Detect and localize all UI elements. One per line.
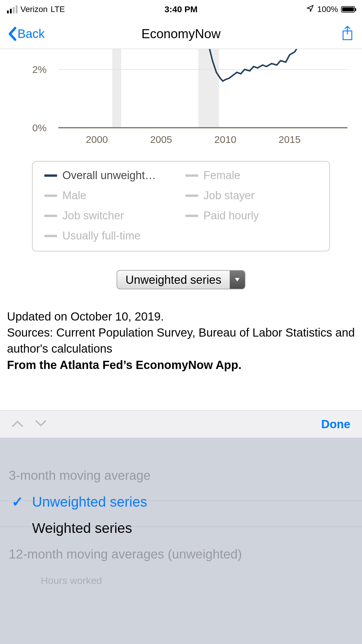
svg-marker-12 (235, 278, 240, 281)
network-label: LTE (50, 5, 65, 14)
legend-item[interactable]: Job stayer (185, 189, 318, 202)
updated-text: Updated on October 10, 2019. (7, 309, 355, 325)
picker-section-header: 3-month moving average (9, 462, 362, 489)
legend-label: Paid hourly (203, 209, 259, 222)
picker-toolbar: Done (0, 410, 362, 438)
picker-option[interactable]: Hours worked (32, 567, 362, 594)
legend-item[interactable]: Job switcher (44, 209, 177, 222)
svg-text:2010: 2010 (214, 134, 236, 145)
legend-item[interactable]: Usually full-time (44, 230, 177, 242)
legend-item[interactable]: Overall unweight… (44, 169, 177, 182)
legend-item[interactable]: Paid hourly (185, 209, 318, 222)
legend-item[interactable]: Male (44, 189, 177, 202)
legend-label: Job switcher (62, 209, 124, 222)
svg-rect-3 (198, 49, 219, 128)
legend-label: Job stayer (203, 189, 254, 202)
chevron-left-icon (8, 27, 16, 41)
legend-swatch (185, 195, 198, 197)
picker-done-button[interactable]: Done (321, 418, 350, 431)
series-dropdown-label: Unweighted series (117, 271, 229, 289)
legend-label: Usually full-time (62, 230, 140, 242)
legend-swatch (185, 174, 198, 177)
nav-bar: Back EconomyNow (0, 19, 362, 49)
svg-text:2%: 2% (32, 64, 47, 75)
legend-label: Overall unweight… (62, 169, 156, 182)
legend-swatch (185, 215, 198, 217)
legend-label: Female (203, 169, 240, 182)
picker-wheel[interactable]: 3-month moving averageUnweighted seriesW… (0, 438, 362, 644)
picker-section-header: 12-month moving averages (unweighted) (9, 541, 362, 567)
svg-rect-2 (112, 49, 121, 128)
legend-swatch (44, 195, 57, 197)
battery-percent: 100% (317, 5, 338, 14)
status-bar: Verizon LTE 3:40 PM 100% (0, 0, 362, 19)
clock: 3:40 PM (164, 4, 197, 14)
legend-item[interactable]: Female (185, 169, 318, 182)
legend-label: Male (62, 189, 86, 202)
battery-icon (341, 6, 355, 13)
picker-next-button[interactable] (35, 420, 47, 428)
share-button[interactable] (341, 25, 354, 43)
attribution-text: From the Atlanta Fed’s EconomyNow App. (7, 357, 355, 373)
legend-swatch (44, 235, 57, 237)
location-icon (306, 4, 314, 15)
back-label: Back (17, 27, 45, 41)
picker-option[interactable]: Weighted series (32, 515, 362, 541)
svg-text:2005: 2005 (150, 134, 172, 145)
legend-swatch (44, 174, 57, 177)
carrier-label: Verizon (20, 5, 48, 14)
caret-down-icon (230, 271, 245, 289)
sources-text: Sources: Current Population Survey, Bure… (7, 325, 355, 357)
select-picker: Done 3-month moving averageUnweighted se… (0, 410, 362, 644)
svg-text:0%: 0% (32, 122, 47, 133)
chart-meta: Updated on October 10, 2019. Sources: Cu… (0, 309, 362, 373)
wage-growth-chart[interactable]: 0%2%2000200520102015 (0, 49, 362, 154)
legend-swatch (44, 215, 57, 217)
page-title: EconomyNow (141, 27, 220, 41)
chart-legend: Overall unweight…FemaleMaleJob stayerJob… (32, 161, 330, 251)
svg-text:2000: 2000 (86, 134, 108, 145)
svg-text:2015: 2015 (279, 134, 301, 145)
back-button[interactable]: Back (8, 27, 45, 41)
signal-bars-icon (7, 5, 17, 13)
picker-option[interactable]: Unweighted series (32, 489, 362, 515)
picker-prev-button[interactable] (12, 420, 23, 428)
series-dropdown[interactable]: Unweighted series (117, 270, 245, 289)
